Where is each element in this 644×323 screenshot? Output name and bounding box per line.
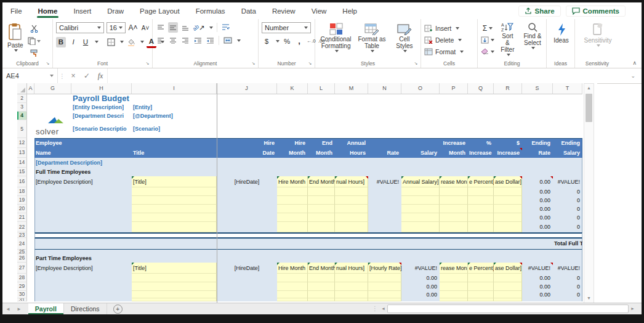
cell-G14[interactable]: [Department Description]: [34, 158, 103, 168]
column-header-A[interactable]: A: [27, 83, 34, 94]
column-header-R[interactable]: R: [494, 83, 522, 94]
column-header-Q[interactable]: Q: [468, 83, 494, 94]
input-cell-Q22[interactable]: [468, 222, 494, 232]
cell-G12[interactable]: Employee: [34, 138, 63, 148]
column-header-H[interactable]: H: [71, 83, 132, 94]
input-cell-L18[interactable]: [308, 187, 335, 196]
row-header-27[interactable]: 27: [17, 263, 27, 274]
input-cell-K31[interactable]: [277, 298, 308, 301]
cell-T30[interactable]: 0: [553, 291, 581, 298]
input-cell-I19[interactable]: [132, 196, 217, 205]
input-cell-M21[interactable]: [335, 213, 368, 222]
cell-R27[interactable]: ase Dollar]: [494, 263, 522, 274]
input-cell-P28[interactable]: [440, 274, 468, 282]
cell-H3[interactable]: [Entity Description]: [71, 103, 125, 112]
input-cell-I29[interactable]: [132, 282, 217, 291]
cell-T16[interactable]: #VALUE!: [553, 176, 581, 187]
enter-button[interactable]: ✓: [80, 72, 94, 80]
autosum-button[interactable]: Σ: [481, 23, 494, 33]
insert-function-button[interactable]: fx: [94, 72, 107, 81]
hscroll-grip[interactable]: ⋮: [371, 305, 379, 312]
cell-K16[interactable]: Hire Month: [277, 176, 308, 187]
cell-T20[interactable]: 0: [553, 205, 581, 213]
cell-Q27[interactable]: e Percent]: [468, 263, 494, 274]
fill-button[interactable]: [481, 35, 494, 45]
accounting-format-button[interactable]: $: [262, 36, 272, 46]
cell-G16[interactable]: [Employee Description]: [34, 176, 94, 187]
cell-M16[interactable]: nual Hours]: [335, 176, 368, 187]
input-cell-R31[interactable]: [494, 298, 522, 301]
cell-I3[interactable]: [Entity]: [132, 103, 153, 112]
row-header-29[interactable]: 29: [17, 282, 27, 291]
input-cell-O19[interactable]: [401, 196, 440, 205]
cell-T27[interactable]: #VALUE!: [553, 263, 581, 274]
cell-N13[interactable]: Rate: [368, 148, 400, 158]
comma-style-button[interactable]: ,: [294, 36, 304, 46]
alignment-dialog-launcher[interactable]: ↘: [251, 60, 256, 66]
scroll-up-icon[interactable]: ▲: [584, 84, 594, 92]
input-cell-R29[interactable]: [494, 282, 522, 291]
cell-O16[interactable]: Annual Salary]: [401, 176, 440, 187]
cell-M12[interactable]: Annual: [335, 138, 367, 148]
cell-S12[interactable]: Ending: [522, 138, 552, 148]
format-cells-button[interactable]: Format: [424, 46, 464, 57]
input-cell-I30[interactable]: [132, 291, 217, 298]
cell-J12[interactable]: Hire: [217, 138, 276, 148]
ribbon-tab-insert[interactable]: Insert: [65, 2, 99, 19]
input-cell-I18[interactable]: [132, 187, 217, 196]
cell-S30[interactable]: 0.00: [522, 291, 552, 298]
cell-Q13[interactable]: Increase: [468, 148, 493, 158]
row-header-5[interactable]: 5: [17, 120, 27, 138]
input-cell-P18[interactable]: [440, 187, 468, 196]
cell-T22[interactable]: 0: [553, 222, 581, 232]
align-center-button[interactable]: [168, 35, 178, 46]
cell-styles-button[interactable]: Cell Styles: [390, 22, 419, 53]
cell-P12[interactable]: Increase: [440, 138, 467, 148]
cell-R12[interactable]: $: [494, 138, 521, 148]
row-header-18[interactable]: 18: [17, 187, 27, 196]
input-cell-I21[interactable]: [132, 213, 217, 222]
delete-cells-button[interactable]: Delete: [424, 35, 464, 45]
input-cell-N28[interactable]: [368, 274, 401, 282]
cut-button[interactable]: [28, 23, 41, 34]
cell-G13[interactable]: Name: [34, 148, 52, 158]
clipboard-dialog-launcher[interactable]: ↘: [45, 60, 50, 66]
row-header-12[interactable]: 12: [17, 138, 27, 148]
bold-button[interactable]: B: [56, 37, 66, 47]
cell-S28[interactable]: 0.00: [522, 274, 552, 282]
align-middle-button[interactable]: [168, 22, 178, 33]
input-cell-L21[interactable]: [308, 213, 335, 222]
cell-M13[interactable]: Hours: [335, 148, 367, 158]
cell-G26[interactable]: Part Time Employees: [34, 254, 93, 263]
cell-T21[interactable]: 0: [553, 213, 581, 222]
format-as-table-button[interactable]: Format as Table: [356, 22, 388, 53]
sheet-nav-left-icon[interactable]: ◄: [2, 306, 14, 312]
cell-O27[interactable]: #VALUE!: [401, 263, 438, 274]
column-header-T[interactable]: T: [553, 83, 582, 94]
horizontal-scrollbar[interactable]: ⋮ ◄ ►: [371, 305, 637, 313]
orientation-button[interactable]: ab↗: [193, 22, 205, 33]
input-cell-M18[interactable]: [335, 187, 368, 196]
cell-L16[interactable]: End Month: [308, 176, 335, 187]
underline-button[interactable]: U: [81, 37, 91, 47]
cell-L13[interactable]: Month: [308, 148, 334, 158]
ideas-button[interactable]: Ideas: [552, 22, 570, 44]
ribbon-tab-formulas[interactable]: Formulas: [188, 2, 233, 19]
column-header-O[interactable]: O: [401, 83, 440, 94]
conditional-formatting-button[interactable]: Conditional Formatting: [318, 22, 353, 53]
column-header-M[interactable]: M: [335, 83, 368, 94]
row-header-4[interactable]: 4: [17, 112, 27, 120]
paste-button[interactable]: Paste: [6, 22, 25, 52]
input-cell-K21[interactable]: [277, 213, 308, 222]
input-cell-R21[interactable]: [494, 213, 522, 222]
input-cell-P20[interactable]: [440, 205, 468, 213]
sheet-tab-payroll[interactable]: Payroll: [28, 303, 64, 314]
cell-Q16[interactable]: e Percent]: [468, 176, 494, 187]
cell-L12[interactable]: End: [308, 138, 334, 148]
align-right-button[interactable]: [180, 35, 190, 46]
cell-J16[interactable]: [HireDate]: [217, 176, 277, 187]
percent-style-button[interactable]: %: [282, 36, 292, 46]
input-cell-Q30[interactable]: [468, 291, 494, 298]
cell-T18[interactable]: 0: [553, 187, 581, 196]
cell-S22[interactable]: 0.00: [522, 222, 552, 232]
